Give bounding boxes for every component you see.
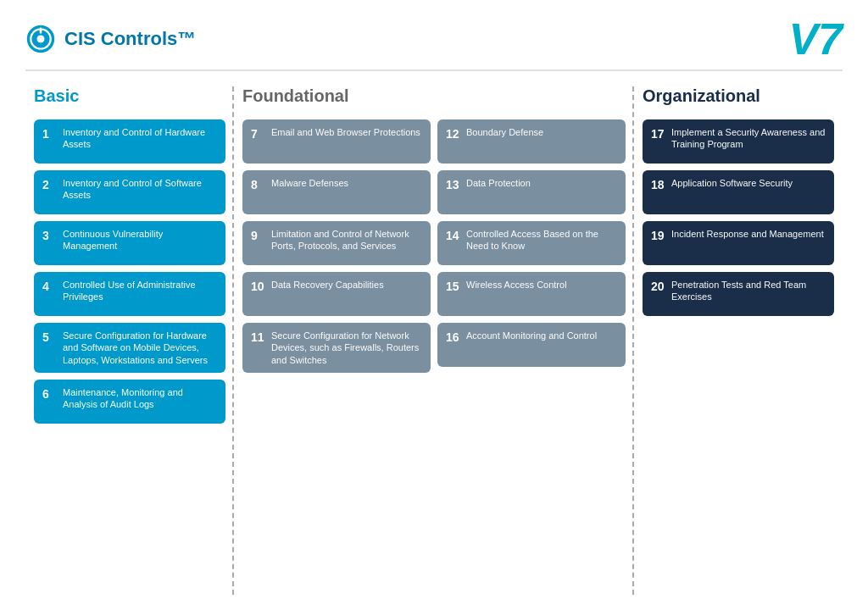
foundational-card-12: 12 Boundary Defense	[437, 119, 626, 164]
card-number: 2	[42, 178, 58, 191]
card-number: 15	[446, 280, 461, 293]
foundational-card-14: 14 Controlled Access Based on the Need t…	[437, 221, 626, 265]
card-number: 3	[42, 229, 58, 242]
card-number: 1	[42, 127, 58, 141]
basic-card-1: 1 Inventory and Control of Hardware Asse…	[34, 119, 225, 164]
card-text: Application Software Security	[671, 177, 793, 189]
card-text: Incident Response and Management	[671, 228, 824, 240]
card-number: 13	[446, 178, 461, 191]
card-number: 5	[42, 330, 58, 344]
foundational-grid: 7 Email and Web Browser Protections 8 Ma…	[242, 119, 626, 373]
card-number: 20	[651, 280, 666, 293]
card-number: 6	[42, 387, 58, 401]
foundational-title: Foundational	[242, 86, 626, 109]
card-text: Data Recovery Capabilities	[271, 279, 384, 291]
logo-text: CIS Controls™	[64, 28, 196, 50]
card-number: 18	[651, 178, 666, 191]
card-number: 9	[251, 229, 266, 242]
card-text: Secure Configuration for Hardware and So…	[63, 330, 217, 366]
basic-cards: 1 Inventory and Control of Hardware Asse…	[34, 119, 225, 424]
organizational-cards: 17 Implement a Security Awareness and Tr…	[643, 119, 834, 316]
basic-card-6: 6 Maintenance, Monitoring and Analysis o…	[34, 380, 225, 424]
card-text: Continuous Vulnerability Management	[63, 228, 217, 252]
card-text: Limitation and Control of Network Ports,…	[271, 228, 422, 252]
card-text: Account Monitoring and Control	[466, 330, 597, 341]
basic-card-3: 3 Continuous Vulnerability Management	[34, 221, 225, 265]
org-card-18: 18 Application Software Security	[643, 170, 834, 214]
foundational-card-16: 16 Account Monitoring and Control	[437, 323, 626, 367]
card-text: Inventory and Control of Software Assets	[63, 177, 217, 202]
card-text: Email and Web Browser Protections	[271, 126, 420, 138]
card-text: Penetration Tests and Red Team Exercises	[671, 279, 826, 303]
card-number: 11	[251, 330, 266, 344]
card-number: 7	[251, 127, 266, 141]
svg-rect-3	[40, 28, 42, 34]
org-card-19: 19 Incident Response and Management	[643, 221, 834, 265]
main-content: Basic 1 Inventory and Control of Hardwar…	[25, 86, 843, 595]
card-number: 12	[446, 127, 461, 141]
card-text: Controlled Access Based on the Need to K…	[466, 228, 617, 252]
basic-card-2: 2 Inventory and Control of Software Asse…	[34, 170, 225, 214]
page: CIS Controls™ V7 Basic 1 Inventory and C…	[0, 0, 868, 610]
foundational-card-11: 11 Secure Configuration for Network Devi…	[242, 323, 431, 373]
svg-point-2	[37, 36, 45, 43]
card-text: Maintenance, Monitoring and Analysis of …	[63, 386, 217, 411]
organizational-title: Organizational	[643, 86, 834, 109]
foundational-column: Foundational 7 Email and Web Browser Pro…	[234, 86, 634, 595]
card-number: 14	[446, 229, 461, 242]
foundational-right: 12 Boundary Defense 13 Data Protection 1…	[437, 119, 626, 373]
logo-area: CIS Controls™	[25, 24, 196, 54]
card-text: Implement a Security Awareness and Train…	[671, 126, 826, 151]
v7-badge: V7	[788, 17, 843, 61]
foundational-card-13: 13 Data Protection	[437, 170, 626, 214]
card-text: Inventory and Control of Hardware Assets	[63, 126, 217, 151]
foundational-card-10: 10 Data Recovery Capabilities	[242, 272, 431, 316]
card-text: Malware Defenses	[271, 177, 348, 189]
card-number: 16	[446, 330, 461, 344]
header: CIS Controls™ V7	[25, 17, 843, 71]
cis-logo-icon	[25, 24, 56, 54]
basic-title: Basic	[34, 86, 225, 109]
card-number: 8	[251, 178, 266, 191]
foundational-card-15: 15 Wireless Access Control	[437, 272, 626, 316]
card-number: 10	[251, 280, 266, 293]
organizational-column: Organizational 17 Implement a Security A…	[634, 86, 843, 595]
org-card-20: 20 Penetration Tests and Red Team Exerci…	[643, 272, 834, 316]
basic-card-5: 5 Secure Configuration for Hardware and …	[34, 323, 225, 373]
card-text: Data Protection	[466, 177, 531, 189]
basic-card-4: 4 Controlled Use of Administrative Privi…	[34, 272, 225, 316]
card-text: Wireless Access Control	[466, 279, 567, 291]
org-card-17: 17 Implement a Security Awareness and Tr…	[643, 119, 834, 164]
card-text: Secure Configuration for Network Devices…	[271, 330, 422, 366]
foundational-card-8: 8 Malware Defenses	[242, 170, 431, 214]
foundational-card-7: 7 Email and Web Browser Protections	[242, 119, 431, 164]
card-number: 4	[42, 280, 58, 293]
foundational-card-9: 9 Limitation and Control of Network Port…	[242, 221, 431, 265]
foundational-left: 7 Email and Web Browser Protections 8 Ma…	[242, 119, 431, 373]
card-number: 17	[651, 127, 666, 141]
basic-column: Basic 1 Inventory and Control of Hardwar…	[25, 86, 234, 595]
card-text: Boundary Defense	[466, 126, 543, 138]
card-number: 19	[651, 229, 666, 242]
card-text: Controlled Use of Administrative Privile…	[63, 279, 217, 303]
